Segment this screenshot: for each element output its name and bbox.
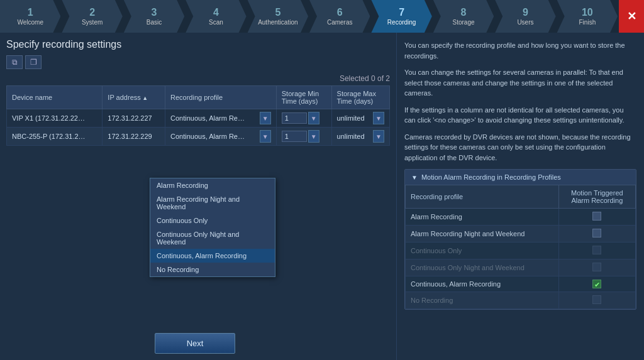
profile-dropdown-btn-2[interactable]: ▼	[260, 130, 271, 143]
nav-step-users[interactable]: 9 Users	[495, 0, 555, 33]
nav-step-storage[interactable]: 8 Storage	[433, 0, 494, 33]
help-text-1: You can specify the recording profile an…	[404, 40, 636, 61]
motion-profile-6: No Recording	[406, 292, 559, 309]
nav-step-system[interactable]: 2 System	[62, 0, 122, 33]
bottom-navigation: Next	[0, 333, 390, 354]
storage-min-input-1[interactable]	[282, 112, 307, 124]
profile-value-1: Continuous, Alarm Re…	[170, 114, 258, 122]
storage-min-dropdown-btn-2[interactable]: ▼	[308, 130, 319, 143]
storage-max-dropdown-btn-2[interactable]: ▼	[373, 130, 384, 143]
step-label-scan: Scan	[209, 19, 223, 26]
step-label-storage: Storage	[453, 19, 475, 26]
page-title: Specify recording settings	[6, 39, 390, 50]
step-num-2: 2	[89, 8, 95, 18]
col-device-name: Device name	[7, 86, 103, 109]
motion-row-alarm: Alarm Recording	[406, 209, 636, 226]
motion-row-no-recording: No Recording	[406, 292, 636, 309]
motion-checkbox-cell-4	[558, 259, 635, 276]
nav-step-scan[interactable]: 4 Scan	[186, 0, 246, 33]
storage-max-cell-1: unlimited ▼	[331, 109, 389, 128]
nav-step-authentication[interactable]: 5 Authentication	[248, 0, 308, 33]
dropdown-item-continuous-alarm[interactable]: Continuous, Alarm Recording	[150, 249, 275, 263]
step-num-3: 3	[152, 8, 157, 18]
step-label-cameras: Cameras	[327, 19, 353, 26]
nav-step-basic[interactable]: 3 Basic	[124, 0, 184, 33]
toolbar: ⧉ ❐	[6, 55, 390, 69]
device-name-1: VIP X1 (172.31.22.22…	[7, 109, 103, 128]
motion-checkbox-2[interactable]	[592, 229, 601, 237]
motion-section-title: Motion Alarm Recording in Recording Prof…	[421, 173, 561, 181]
dropdown-item-continuous-only[interactable]: Continuous Only	[150, 214, 275, 227]
dropdown-item-continuous-only-night[interactable]: Continuous Only Night and Weekend	[150, 227, 275, 249]
paste-button[interactable]: ❐	[25, 55, 42, 69]
main-content: Specify recording settings ⧉ ❐ Selected …	[0, 33, 644, 360]
ip-address-2: 172.31.22.229	[103, 128, 165, 146]
nav-step-finish[interactable]: 10 Finish	[557, 0, 618, 33]
nav-step-cameras[interactable]: 6 Cameras	[309, 0, 370, 33]
motion-checkbox-cell-6	[558, 292, 635, 309]
col-recording-profile: Recording profile	[165, 86, 276, 109]
help-text-2: You can change the settings for several …	[404, 67, 636, 99]
motion-row-continuous-alarm: Continuous, Alarm Recording ✔	[406, 276, 636, 292]
col-storage-max: Storage MaxTime (days)	[331, 86, 389, 109]
motion-profile-4: Continuous Only Night and Weekend	[406, 259, 559, 276]
device-name-2: NBC-255-P (172.31.2…	[7, 128, 103, 146]
storage-min-input-2[interactable]	[282, 131, 307, 142]
storage-min-cell-1: ▼	[276, 109, 331, 128]
motion-profile-1: Alarm Recording	[406, 209, 559, 226]
close-icon: ✕	[627, 9, 636, 23]
copy-button[interactable]: ⧉	[6, 55, 23, 69]
motion-profile-5: Continuous, Alarm Recording	[406, 276, 559, 292]
step-num-9: 9	[523, 8, 528, 18]
step-label-welcome: Welcome	[17, 19, 43, 26]
step-num-4: 4	[213, 8, 219, 18]
right-panel: You can specify the recording profile an…	[396, 33, 644, 360]
copy-icon: ⧉	[12, 58, 18, 67]
motion-checkbox-1[interactable]	[592, 212, 601, 221]
motion-alarm-section: ▼ Motion Alarm Recording in Recording Pr…	[404, 169, 636, 310]
step-label-authentication: Authentication	[258, 19, 297, 26]
help-text-4: Cameras recorded by DVR devices are not …	[404, 132, 636, 163]
storage-min-cell-2: ▼	[276, 128, 331, 146]
dropdown-item-alarm-recording[interactable]: Alarm Recording	[150, 178, 275, 192]
help-text-3: If the settings in a column are not iden…	[404, 105, 636, 126]
close-button[interactable]: ✕	[619, 0, 644, 33]
storage-min-dropdown-btn-1[interactable]: ▼	[308, 112, 319, 124]
step-label-users: Users	[517, 19, 533, 26]
motion-row-alarm-night: Alarm Recording Night and Weekend	[406, 226, 636, 243]
motion-checkbox-5[interactable]: ✔	[592, 280, 601, 288]
nav-step-welcome[interactable]: 1 Welcome	[0, 0, 60, 33]
dropdown-item-alarm-recording-night[interactable]: Alarm Recording Night and Weekend	[150, 192, 275, 214]
collapse-icon: ▼	[411, 174, 418, 181]
step-num-5: 5	[275, 8, 280, 18]
step-num-10: 10	[582, 8, 593, 18]
table-row: VIP X1 (172.31.22.22… 172.31.22.227 Cont…	[7, 109, 390, 128]
profile-cell-1: Continuous, Alarm Re… ▼	[165, 109, 276, 128]
profile-value-2: Continuous, Alarm Re…	[170, 133, 258, 140]
storage-max-dropdown-btn-1[interactable]: ▼	[373, 112, 384, 124]
devices-table-container: Device name IP address Recording profile…	[6, 85, 390, 354]
recording-profile-dropdown-menu: Alarm Recording Alarm Recording Night an…	[150, 178, 275, 277]
next-button[interactable]: Next	[155, 333, 236, 354]
motion-profile-3: Continuous Only	[406, 243, 559, 259]
left-panel: Specify recording settings ⧉ ❐ Selected …	[0, 33, 396, 360]
motion-checkbox-cell-1	[558, 209, 635, 226]
col-ip-address[interactable]: IP address	[103, 86, 165, 109]
paste-icon: ❐	[30, 58, 37, 67]
motion-checkbox-3	[592, 246, 601, 254]
devices-table: Device name IP address Recording profile…	[6, 85, 390, 146]
motion-checkbox-4	[592, 263, 601, 271]
nav-step-recording[interactable]: 7 Recording	[371, 0, 431, 33]
step-num-8: 8	[461, 8, 467, 18]
motion-checkbox-cell-2	[558, 226, 635, 243]
motion-checkbox-cell-5: ✔	[558, 276, 635, 292]
motion-row-continuous-night: Continuous Only Night and Weekend	[406, 259, 636, 276]
step-label-system: System	[82, 19, 103, 26]
step-num-1: 1	[28, 8, 33, 18]
profile-dropdown-btn-1[interactable]: ▼	[260, 112, 271, 124]
dropdown-item-no-recording[interactable]: No Recording	[150, 263, 275, 276]
storage-max-value-1: unlimited	[337, 114, 372, 122]
storage-max-value-2: unlimited	[337, 133, 372, 140]
motion-section-header[interactable]: ▼ Motion Alarm Recording in Recording Pr…	[405, 170, 636, 185]
selected-count: Selected 0 of 2	[6, 74, 390, 83]
